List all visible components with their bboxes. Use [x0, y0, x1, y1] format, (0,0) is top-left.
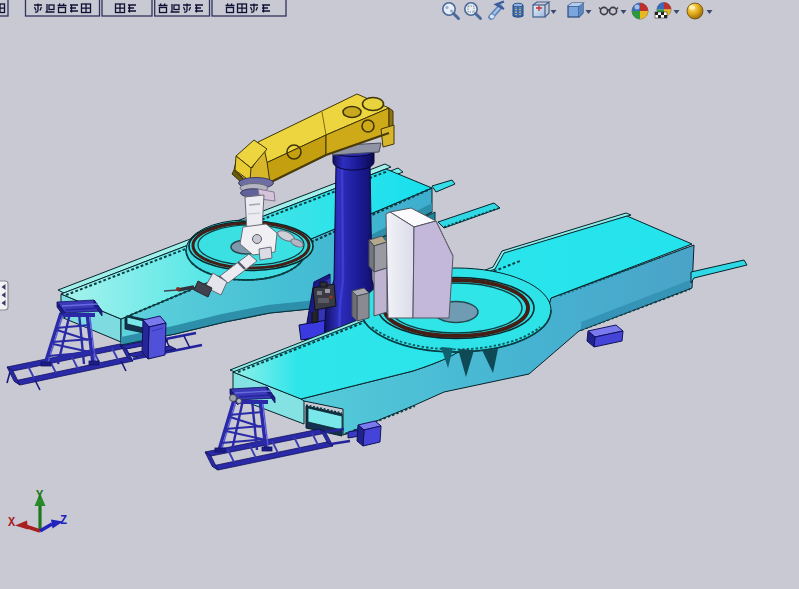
svg-text:Z: Z — [60, 514, 67, 528]
svg-text:Y: Y — [36, 489, 44, 503]
svg-text:X: X — [8, 516, 16, 530]
